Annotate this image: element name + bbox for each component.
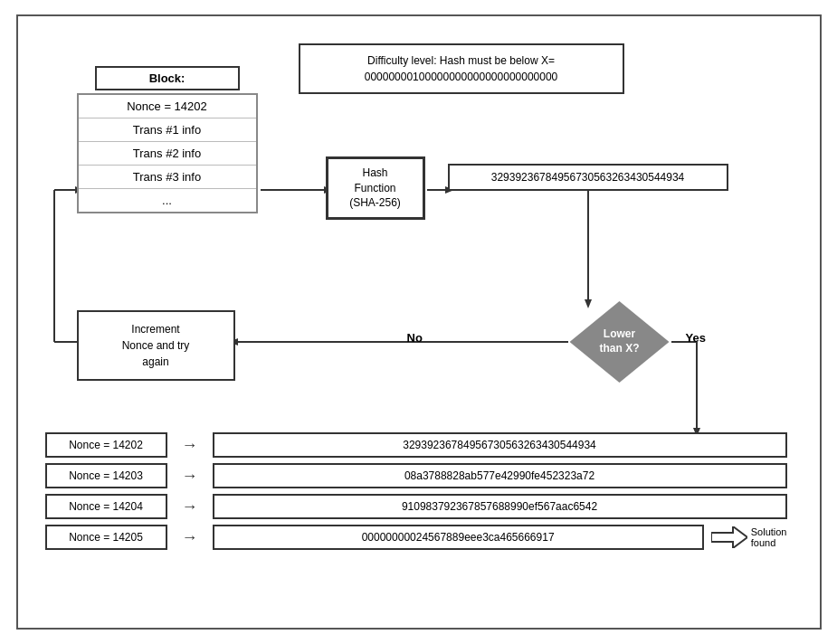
label-no: No — [407, 331, 423, 345]
nonce-hash-2: 910983792367857688990ef567aac6542 — [213, 494, 787, 519]
nonce-label-0: Nonce = 14202 — [45, 432, 167, 458]
block-row-trans3: Trans #3 info — [79, 166, 256, 189]
solution-arrow-icon — [711, 526, 747, 548]
diamond-text-inner: Lowerthan X? — [600, 327, 640, 355]
diagram-container: Difficulty level: Hash must be below X= … — [16, 14, 822, 630]
solution-text: Solutionfound — [751, 526, 787, 548]
nonce-label-3: Nonce = 14205 — [45, 525, 167, 550]
nonce-section: Nonce = 14202 → 329392367849567305632634… — [45, 432, 787, 555]
nonce-arrow-0: → — [167, 436, 213, 455]
block-inner: Nonce = 14202 Trans #1 info Trans #2 inf… — [77, 93, 258, 213]
nonce-hash-1: 08a3788828ab577e42990fe452323a72 — [213, 463, 787, 488]
hash-output-box: 32939236784956730563263430544934 — [448, 164, 728, 191]
block-row-trans2: Trans #2 info — [79, 142, 256, 166]
difficulty-box: Difficulty level: Hash must be below X= … — [299, 43, 624, 94]
diamond-wrap: Lowerthan X? — [570, 301, 670, 383]
difficulty-value: 00000000100000000000000000000000 — [365, 71, 558, 83]
nonce-arrow-1: → — [167, 467, 213, 486]
increment-text: IncrementNonce and tryagain — [122, 323, 190, 368]
svg-marker-15 — [711, 526, 747, 548]
nonce-arrow-3: → — [167, 528, 213, 547]
difficulty-label: Difficulty level: Hash must be below X= — [367, 54, 555, 67]
nonce-arrow-2: → — [167, 497, 213, 516]
nonce-row-0: Nonce = 14202 → 329392367849567305632634… — [45, 432, 787, 458]
diamond-label: Lowerthan X? — [570, 301, 670, 383]
nonce-hash-0: 32939236784956730563263430544934 — [213, 432, 787, 458]
nonce-label-1: Nonce = 14203 — [45, 463, 167, 488]
solution-arrow: Solutionfound — [711, 526, 787, 548]
nonce-row-3: Nonce = 14205 → 00000000024567889eee3ca4… — [45, 525, 787, 550]
nonce-hash-3: 00000000024567889eee3ca465666917 — [213, 525, 704, 550]
nonce-row-1: Nonce = 14203 → 08a3788828ab577e42990fe4… — [45, 463, 787, 488]
hash-function-label: HashFunction(SHA-256) — [349, 166, 401, 211]
nonce-label-2: Nonce = 14204 — [45, 494, 167, 519]
block-title: Block: — [95, 66, 240, 90]
increment-box: IncrementNonce and tryagain — [77, 310, 235, 381]
block-row-trans1: Trans #1 info — [79, 118, 256, 142]
hash-function-box: HashFunction(SHA-256) — [326, 156, 425, 220]
label-yes: Yes — [686, 331, 706, 345]
block-row-ellipsis: ... — [79, 189, 256, 212]
nonce-row-2: Nonce = 14204 → 910983792367857688990ef5… — [45, 494, 787, 519]
block-row-nonce: Nonce = 14202 — [79, 95, 256, 118]
